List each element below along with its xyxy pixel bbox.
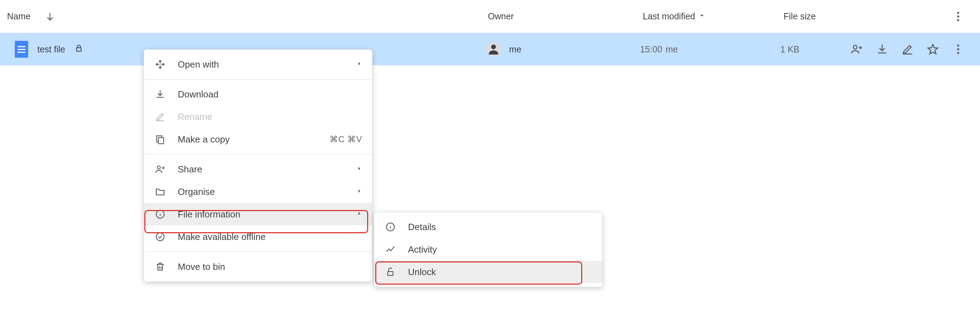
chevron-right-icon bbox=[356, 166, 362, 173]
info-icon bbox=[384, 222, 397, 232]
open-with-icon bbox=[154, 59, 167, 70]
svg-point-5 bbox=[853, 45, 857, 49]
svg-rect-9 bbox=[158, 138, 164, 144]
svg-point-0 bbox=[957, 12, 959, 14]
lock-icon bbox=[74, 44, 83, 55]
download-icon bbox=[154, 89, 167, 100]
header-size[interactable]: File size bbox=[784, 11, 816, 21]
submenu-activity[interactable]: Activity bbox=[374, 238, 602, 261]
menu-make-copy[interactable]: Make a copy ⌘C ⌘V bbox=[144, 128, 372, 151]
menu-separator bbox=[144, 252, 372, 252]
file-size: 1 KB bbox=[780, 44, 799, 54]
svg-point-10 bbox=[158, 166, 161, 169]
edit-pencil-icon[interactable] bbox=[901, 43, 914, 56]
sort-arrow-down-icon[interactable] bbox=[45, 11, 55, 22]
modified-time: 15:00 bbox=[640, 44, 662, 54]
rename-pencil-icon bbox=[154, 111, 167, 122]
menu-separator bbox=[144, 154, 372, 154]
chevron-right-icon bbox=[356, 188, 362, 195]
folder-icon bbox=[154, 186, 167, 197]
svg-point-12 bbox=[156, 233, 164, 241]
modified-by: me bbox=[666, 44, 678, 54]
copy-shortcut: ⌘C ⌘V bbox=[329, 134, 362, 144]
bin-icon bbox=[154, 262, 167, 272]
download-icon[interactable] bbox=[876, 43, 888, 56]
share-icon bbox=[154, 164, 167, 175]
share-person-icon[interactable] bbox=[850, 43, 863, 56]
menu-open-with[interactable]: Open with bbox=[144, 53, 372, 76]
menu-organise[interactable]: Organise bbox=[144, 181, 372, 203]
svg-point-2 bbox=[957, 19, 959, 21]
svg-point-8 bbox=[957, 52, 959, 54]
row-more-vertical-icon[interactable] bbox=[952, 43, 964, 56]
file-name: test file bbox=[37, 44, 65, 54]
activity-icon bbox=[384, 244, 397, 255]
chevron-right-icon bbox=[356, 61, 362, 68]
copy-icon bbox=[154, 134, 167, 144]
header-modified[interactable]: Last modified bbox=[643, 11, 695, 21]
context-menu: Open with Download Rename Make a copy ⌘C… bbox=[144, 49, 372, 282]
table-header: Name Owner Last modified File size bbox=[0, 0, 980, 33]
highlight-unlock bbox=[375, 262, 582, 285]
svg-point-1 bbox=[957, 16, 959, 17]
menu-separator bbox=[144, 79, 372, 79]
more-vertical-icon[interactable] bbox=[952, 10, 964, 23]
menu-download[interactable]: Download bbox=[144, 83, 372, 106]
svg-point-4 bbox=[492, 45, 496, 49]
owner-text: me bbox=[509, 44, 521, 54]
star-icon[interactable] bbox=[926, 43, 939, 56]
dropdown-triangle-icon[interactable] bbox=[698, 11, 706, 21]
google-doc-icon bbox=[15, 41, 28, 58]
menu-share[interactable]: Share bbox=[144, 158, 372, 181]
svg-point-7 bbox=[957, 48, 959, 50]
svg-point-6 bbox=[957, 45, 959, 47]
highlight-file-information bbox=[144, 210, 368, 233]
avatar-icon bbox=[486, 41, 501, 57]
svg-rect-3 bbox=[77, 48, 81, 51]
menu-move-to-bin[interactable]: Move to bin bbox=[144, 255, 372, 278]
menu-rename: Rename bbox=[144, 106, 372, 128]
header-name[interactable]: Name bbox=[7, 11, 30, 21]
header-owner[interactable]: Owner bbox=[488, 11, 514, 21]
submenu-details[interactable]: Details bbox=[374, 216, 602, 238]
